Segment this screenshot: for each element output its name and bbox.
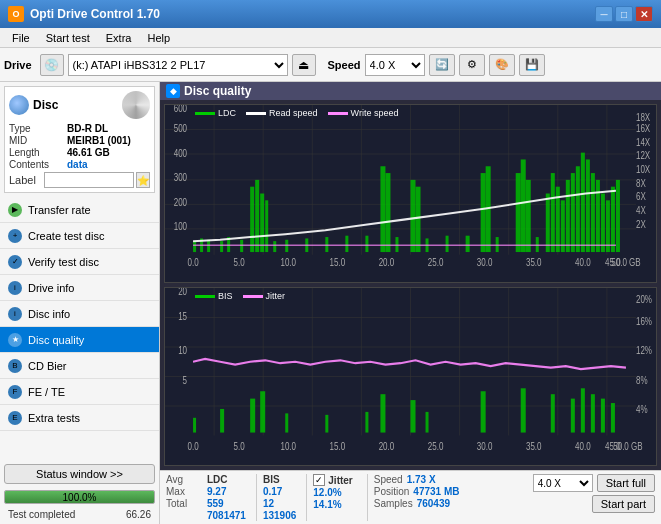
nav-fe-te[interactable]: F FE / TE	[0, 379, 159, 405]
status-window-button[interactable]: Status window >>	[4, 464, 155, 484]
svg-rect-128	[380, 394, 385, 432]
svg-rect-65	[481, 173, 486, 252]
svg-text:35.0: 35.0	[526, 255, 542, 268]
nav-label-verify-test-disc: Verify test disc	[28, 256, 99, 268]
nav-icon-extra-tests: E	[8, 411, 22, 425]
svg-rect-82	[596, 180, 600, 252]
svg-text:16X: 16X	[636, 122, 651, 135]
svg-rect-61	[416, 187, 421, 252]
disc-panel: Disc Type BD-R DL MID MEIRB1 (001) Lengt…	[4, 86, 155, 193]
disc-mid-value: MEIRB1 (001)	[67, 135, 131, 146]
nav-disc-quality[interactable]: ★ Disc quality	[0, 327, 159, 353]
legend-jitter: Jitter	[243, 291, 286, 301]
svg-rect-131	[481, 391, 486, 432]
start-full-button[interactable]: Start full	[597, 474, 655, 492]
app-icon: O	[8, 6, 24, 22]
main-layout: Disc Type BD-R DL MID MEIRB1 (001) Lengt…	[0, 82, 661, 524]
disc-label-input[interactable]	[44, 172, 134, 188]
svg-text:40.0: 40.0	[575, 255, 591, 268]
title-bar: O Opti Drive Control 1.70 ─ □ ✕	[0, 0, 661, 28]
close-button[interactable]: ✕	[635, 6, 653, 22]
stats-divider-2	[306, 474, 307, 521]
svg-rect-48	[255, 180, 259, 252]
top-chart: LDC Read speed Write speed	[164, 104, 657, 283]
nav-label-disc-info: Disc info	[28, 308, 70, 320]
svg-rect-126	[325, 415, 328, 433]
disc-icon	[9, 95, 29, 115]
legend-ldc: LDC	[195, 108, 236, 118]
nav-label-fe-te: FE / TE	[28, 386, 65, 398]
nav-disc-info[interactable]: i Disc info	[0, 301, 159, 327]
svg-rect-57	[380, 166, 385, 252]
svg-text:15: 15	[178, 310, 187, 323]
svg-text:500: 500	[174, 122, 187, 135]
bis-max-val: 12	[263, 498, 296, 509]
start-part-button[interactable]: Start part	[592, 495, 655, 513]
svg-text:30.0: 30.0	[477, 440, 493, 453]
ldc-total-val: 7081471	[207, 510, 246, 521]
svg-rect-84	[606, 200, 610, 252]
nav-icon-verify-test-disc: ✓	[8, 255, 22, 269]
svg-text:14X: 14X	[636, 136, 651, 149]
svg-text:20.0: 20.0	[379, 440, 395, 453]
menu-help[interactable]: Help	[139, 28, 178, 48]
nav-transfer-rate[interactable]: ▶ Transfer rate	[0, 197, 159, 223]
svg-rect-58	[385, 173, 390, 252]
drive-select[interactable]: (k:) ATAPI iHBS312 2 PL17	[68, 54, 288, 76]
disc-length-value: 46.61 GB	[67, 147, 110, 158]
legend-read-speed: Read speed	[246, 108, 318, 118]
svg-rect-49	[260, 194, 264, 253]
jitter-col-header: Jitter	[328, 475, 352, 486]
eject-button[interactable]: ⏏	[292, 54, 316, 76]
menu-file[interactable]: File	[4, 28, 38, 48]
nav-icon-create-test-disc: +	[8, 229, 22, 243]
svg-text:5.0: 5.0	[234, 255, 245, 268]
color-button[interactable]: 🎨	[489, 54, 515, 76]
svg-rect-83	[601, 194, 605, 253]
legend-bis: BIS	[195, 291, 233, 301]
minimize-button[interactable]: ─	[595, 6, 613, 22]
svg-rect-56	[365, 236, 368, 252]
speed-select-stats[interactable]: 4.0 X	[533, 474, 593, 492]
nav-drive-info[interactable]: i Drive info	[0, 275, 159, 301]
disc-label-btn[interactable]: ⭐	[136, 172, 150, 188]
nav-icon-drive-info: i	[8, 281, 22, 295]
legend-bis-label: BIS	[218, 291, 233, 301]
jitter-max-val: 14.1%	[313, 499, 352, 510]
menu-extra[interactable]: Extra	[98, 28, 140, 48]
position-val: 47731 MB	[413, 486, 459, 497]
refresh-button[interactable]: 🔄	[429, 54, 455, 76]
jitter-checkbox[interactable]: ✓	[313, 474, 325, 486]
svg-rect-124	[260, 391, 265, 432]
nav-cd-bier[interactable]: B CD Bier	[0, 353, 159, 379]
nav-create-test-disc[interactable]: + Create test disc	[0, 223, 159, 249]
svg-text:5: 5	[183, 373, 188, 386]
progress-text: 100.0%	[5, 491, 154, 504]
svg-text:25.0: 25.0	[428, 255, 444, 268]
svg-rect-135	[581, 388, 585, 432]
svg-text:20%: 20%	[636, 292, 652, 305]
maximize-button[interactable]: □	[615, 6, 633, 22]
svg-text:30.0: 30.0	[477, 255, 493, 268]
menu-start-test[interactable]: Start test	[38, 28, 98, 48]
settings-button[interactable]: ⚙	[459, 54, 485, 76]
svg-text:15.0: 15.0	[330, 255, 346, 268]
nav-label-cd-bier: CD Bier	[28, 360, 67, 372]
drive-icon-btn[interactable]: 💿	[40, 54, 64, 76]
position-label: Position	[374, 486, 410, 497]
save-button[interactable]: 💾	[519, 54, 545, 76]
svg-text:2X: 2X	[636, 217, 646, 230]
svg-text:20: 20	[178, 288, 187, 298]
nav-icon-fe-te: F	[8, 385, 22, 399]
speed-stat-val: 1.73 X	[407, 474, 436, 485]
svg-rect-79	[581, 153, 585, 252]
svg-text:8%: 8%	[636, 373, 648, 386]
nav-verify-test-disc[interactable]: ✓ Verify test disc	[0, 249, 159, 275]
speed-select-toolbar[interactable]: 4.0 X	[365, 54, 425, 76]
svg-rect-122	[220, 409, 224, 433]
svg-rect-47	[250, 187, 254, 252]
nav-extra-tests[interactable]: E Extra tests	[0, 405, 159, 431]
legend-read-color	[246, 112, 266, 115]
disc-contents-label: Contents	[9, 159, 67, 170]
svg-text:40.0: 40.0	[575, 440, 591, 453]
